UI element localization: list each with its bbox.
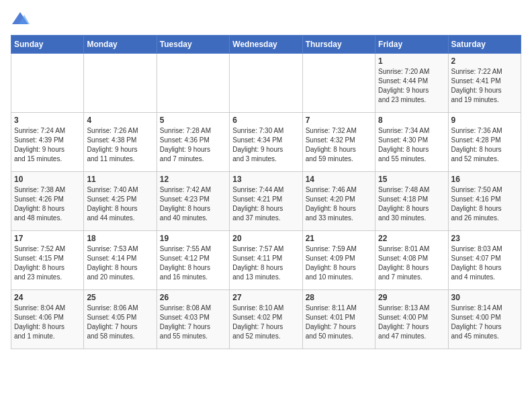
day-number: 1 [378, 56, 445, 66]
day-info: Sunrise: 8:10 AM Sunset: 4:02 PM Dayligh… [232, 304, 299, 341]
day-info: Sunrise: 7:22 AM Sunset: 4:41 PM Dayligh… [451, 67, 518, 105]
day-info: Sunrise: 7:24 AM Sunset: 4:39 PM Dayligh… [14, 126, 81, 164]
calendar-cell: 29Sunrise: 8:13 AM Sunset: 4:00 PM Dayli… [375, 290, 448, 349]
weekday-header-sunday: Sunday [11, 36, 84, 54]
day-info: Sunrise: 7:53 AM Sunset: 4:14 PM Dayligh… [87, 244, 153, 282]
day-info: Sunrise: 7:38 AM Sunset: 4:26 PM Dayligh… [14, 185, 81, 223]
day-number: 22 [378, 234, 445, 243]
day-number: 10 [14, 175, 81, 184]
day-info: Sunrise: 8:08 AM Sunset: 4:03 PM Dayligh… [160, 304, 226, 341]
day-info: Sunrise: 7:36 AM Sunset: 4:28 PM Dayligh… [451, 126, 518, 164]
day-info: Sunrise: 7:30 AM Sunset: 4:34 PM Dayligh… [232, 126, 299, 164]
day-info: Sunrise: 8:06 AM Sunset: 4:05 PM Dayligh… [87, 304, 153, 341]
calendar-cell: 17Sunrise: 7:52 AM Sunset: 4:15 PM Dayli… [11, 231, 84, 290]
calendar-table: SundayMondayTuesdayWednesdayThursdayFrid… [11, 35, 521, 349]
calendar-cell: 28Sunrise: 8:11 AM Sunset: 4:01 PM Dayli… [302, 290, 375, 349]
calendar-cell: 26Sunrise: 8:08 AM Sunset: 4:03 PM Dayli… [157, 290, 229, 349]
day-number: 5 [160, 116, 226, 125]
day-number: 23 [451, 234, 518, 243]
day-number: 21 [306, 234, 372, 243]
day-number: 2 [451, 56, 518, 66]
calendar-cell: 1Sunrise: 7:20 AM Sunset: 4:44 PM Daylig… [375, 54, 448, 113]
calendar-cell: 30Sunrise: 8:14 AM Sunset: 4:00 PM Dayli… [448, 290, 521, 349]
logo-icon [11, 11, 30, 27]
day-number: 17 [14, 234, 81, 243]
day-number: 16 [451, 175, 518, 184]
calendar-cell: 27Sunrise: 8:10 AM Sunset: 4:02 PM Dayli… [230, 290, 302, 349]
day-info: Sunrise: 7:57 AM Sunset: 4:11 PM Dayligh… [232, 244, 299, 282]
day-info: Sunrise: 7:46 AM Sunset: 4:20 PM Dayligh… [306, 185, 372, 223]
day-info: Sunrise: 7:44 AM Sunset: 4:21 PM Dayligh… [232, 185, 299, 223]
day-number: 12 [160, 175, 226, 184]
day-number: 15 [378, 175, 445, 184]
day-number: 11 [87, 175, 153, 184]
day-info: Sunrise: 7:42 AM Sunset: 4:23 PM Dayligh… [160, 185, 226, 223]
day-number: 19 [160, 234, 226, 243]
calendar-cell: 3Sunrise: 7:24 AM Sunset: 4:39 PM Daylig… [11, 113, 84, 172]
calendar-cell [157, 54, 229, 113]
day-info: Sunrise: 7:20 AM Sunset: 4:44 PM Dayligh… [378, 67, 445, 105]
logo [11, 11, 32, 27]
day-number: 6 [232, 116, 299, 125]
day-number: 27 [232, 293, 299, 302]
calendar-cell: 8Sunrise: 7:34 AM Sunset: 4:30 PM Daylig… [375, 113, 448, 172]
day-info: Sunrise: 7:28 AM Sunset: 4:36 PM Dayligh… [160, 126, 226, 164]
calendar-cell [302, 54, 375, 113]
day-info: Sunrise: 8:11 AM Sunset: 4:01 PM Dayligh… [306, 304, 372, 341]
day-info: Sunrise: 8:14 AM Sunset: 4:00 PM Dayligh… [451, 304, 518, 341]
calendar-cell: 6Sunrise: 7:30 AM Sunset: 4:34 PM Daylig… [230, 113, 302, 172]
calendar-cell: 13Sunrise: 7:44 AM Sunset: 4:21 PM Dayli… [230, 172, 302, 231]
day-number: 28 [306, 293, 372, 302]
weekday-header-thursday: Thursday [302, 36, 375, 54]
day-number: 30 [451, 293, 518, 302]
day-number: 29 [378, 293, 445, 302]
day-info: Sunrise: 7:34 AM Sunset: 4:30 PM Dayligh… [378, 126, 445, 164]
day-info: Sunrise: 7:59 AM Sunset: 4:09 PM Dayligh… [306, 244, 372, 282]
day-info: Sunrise: 7:52 AM Sunset: 4:15 PM Dayligh… [14, 244, 81, 282]
day-info: Sunrise: 8:01 AM Sunset: 4:08 PM Dayligh… [378, 244, 445, 282]
day-info: Sunrise: 8:03 AM Sunset: 4:07 PM Dayligh… [451, 244, 518, 282]
day-number: 9 [451, 116, 518, 125]
calendar-cell: 10Sunrise: 7:38 AM Sunset: 4:26 PM Dayli… [11, 172, 84, 231]
day-number: 18 [87, 234, 153, 243]
calendar-cell: 21Sunrise: 7:59 AM Sunset: 4:09 PM Dayli… [302, 231, 375, 290]
day-info: Sunrise: 7:48 AM Sunset: 4:18 PM Dayligh… [378, 185, 445, 223]
weekday-header-saturday: Saturday [448, 36, 521, 54]
calendar-cell: 23Sunrise: 8:03 AM Sunset: 4:07 PM Dayli… [448, 231, 521, 290]
calendar-cell: 12Sunrise: 7:42 AM Sunset: 4:23 PM Dayli… [157, 172, 229, 231]
page-header [11, 11, 521, 27]
day-number: 24 [14, 293, 81, 302]
calendar-cell [230, 54, 302, 113]
calendar-cell [11, 54, 84, 113]
calendar-cell: 11Sunrise: 7:40 AM Sunset: 4:25 PM Dayli… [84, 172, 157, 231]
weekday-header-monday: Monday [84, 36, 157, 54]
calendar-cell: 2Sunrise: 7:22 AM Sunset: 4:41 PM Daylig… [448, 54, 521, 113]
day-number: 3 [14, 116, 81, 125]
day-number: 13 [232, 175, 299, 184]
calendar-cell: 24Sunrise: 8:04 AM Sunset: 4:06 PM Dayli… [11, 290, 84, 349]
weekday-header-wednesday: Wednesday [230, 36, 302, 54]
calendar-cell: 4Sunrise: 7:26 AM Sunset: 4:38 PM Daylig… [84, 113, 157, 172]
calendar-cell: 22Sunrise: 8:01 AM Sunset: 4:08 PM Dayli… [375, 231, 448, 290]
calendar-cell: 5Sunrise: 7:28 AM Sunset: 4:36 PM Daylig… [157, 113, 229, 172]
calendar-cell [84, 54, 157, 113]
calendar-cell: 14Sunrise: 7:46 AM Sunset: 4:20 PM Dayli… [302, 172, 375, 231]
day-number: 20 [232, 234, 299, 243]
calendar-cell: 20Sunrise: 7:57 AM Sunset: 4:11 PM Dayli… [230, 231, 302, 290]
weekday-header-friday: Friday [375, 36, 448, 54]
day-info: Sunrise: 7:32 AM Sunset: 4:32 PM Dayligh… [306, 126, 372, 164]
day-info: Sunrise: 7:40 AM Sunset: 4:25 PM Dayligh… [87, 185, 153, 223]
day-number: 25 [87, 293, 153, 302]
day-number: 4 [87, 116, 153, 125]
day-info: Sunrise: 7:50 AM Sunset: 4:16 PM Dayligh… [451, 185, 518, 223]
day-number: 14 [306, 175, 372, 184]
weekday-header-tuesday: Tuesday [157, 36, 229, 54]
day-info: Sunrise: 7:55 AM Sunset: 4:12 PM Dayligh… [160, 244, 226, 282]
day-info: Sunrise: 7:26 AM Sunset: 4:38 PM Dayligh… [87, 126, 153, 164]
day-number: 8 [378, 116, 445, 125]
calendar-cell: 15Sunrise: 7:48 AM Sunset: 4:18 PM Dayli… [375, 172, 448, 231]
day-number: 7 [306, 116, 372, 125]
calendar-cell: 25Sunrise: 8:06 AM Sunset: 4:05 PM Dayli… [84, 290, 157, 349]
calendar-cell: 9Sunrise: 7:36 AM Sunset: 4:28 PM Daylig… [448, 113, 521, 172]
day-info: Sunrise: 8:04 AM Sunset: 4:06 PM Dayligh… [14, 304, 81, 341]
